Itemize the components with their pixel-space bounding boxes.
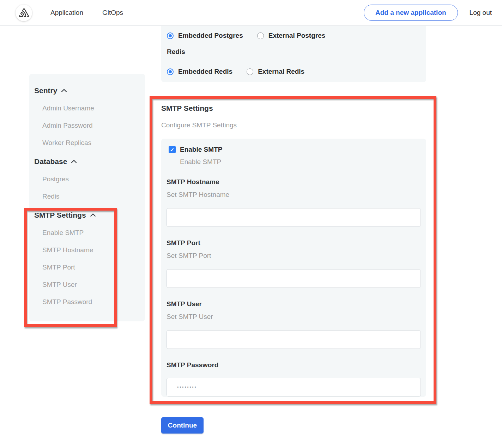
enable-smtp-row: ✓ Enable SMTP (169, 146, 421, 153)
external-postgres-radio[interactable] (257, 32, 264, 39)
sidebar-item-smtp-password[interactable]: SMTP Password (34, 298, 140, 306)
smtp-section-subtitle: Configure SMTP Settings (161, 121, 237, 129)
postgres-radio-group: Embedded Postgres External Postgres (167, 31, 421, 40)
sidebar-group-database-label: Database (34, 157, 67, 166)
smtp-port-input[interactable] (167, 269, 421, 288)
enable-smtp-helper: Enable SMTP (180, 158, 421, 166)
smtp-port-helper: Set SMTP Port (167, 252, 421, 260)
continue-button[interactable]: Continue (161, 417, 204, 434)
embedded-redis-label: Embedded Redis (178, 68, 232, 75)
sidebar-group-smtp-settings-label: SMTP Settings (34, 211, 86, 219)
sidebar-group-smtp-settings[interactable]: SMTP Settings (34, 211, 140, 219)
smtp-section-title: SMTP Settings (161, 104, 213, 113)
smtp-hostname-input[interactable] (167, 208, 421, 227)
smtp-password-input[interactable] (167, 378, 421, 396)
external-redis-label: External Redis (258, 68, 304, 75)
sentry-glyph (19, 8, 29, 18)
smtp-hostname-helper: Set SMTP Hostname (167, 191, 421, 199)
external-redis-radio[interactable] (247, 68, 253, 75)
embedded-postgres-radio[interactable] (167, 32, 174, 39)
external-postgres-label: External Postgres (268, 32, 326, 40)
sidebar-item-smtp-port[interactable]: SMTP Port (34, 264, 140, 271)
enable-smtp-checkbox[interactable]: ✓ (169, 146, 176, 153)
chevron-up-icon (71, 160, 77, 163)
smtp-user-label: SMTP User (167, 300, 421, 308)
sidebar-group-database[interactable]: Database (34, 157, 140, 166)
sidebar-item-admin-password[interactable]: Admin Password (34, 122, 140, 129)
add-application-button[interactable]: Add a new application (364, 5, 458, 21)
sidebar-group-sentry-label: Sentry (34, 86, 57, 95)
sidebar-item-enable-smtp[interactable]: Enable SMTP (34, 229, 140, 237)
logout-link[interactable]: Log out (470, 9, 492, 17)
page: Application GitOps Add a new application… (0, 0, 502, 448)
smtp-user-input[interactable] (167, 330, 421, 349)
sidebar-item-admin-username[interactable]: Admin Username (34, 104, 140, 112)
smtp-hostname-label: SMTP Hostname (167, 178, 421, 186)
sidebar-item-smtp-hostname[interactable]: SMTP Hostname (34, 246, 140, 254)
config-nav-sidebar: Sentry Admin Username Admin Password Wor… (29, 74, 145, 321)
sidebar-group-sentry[interactable]: Sentry (34, 86, 140, 95)
sentry-logo-icon (16, 5, 32, 21)
sidebar-item-postgres[interactable]: Postgres (34, 175, 140, 183)
embedded-postgres-label: Embedded Postgres (178, 32, 243, 40)
top-navbar: Application GitOps Add a new application… (0, 0, 502, 26)
chevron-up-icon (61, 89, 67, 92)
smtp-password-label: SMTP Password (167, 361, 421, 369)
nav-item-gitops[interactable]: GitOps (102, 9, 123, 17)
sidebar-item-worker-replicas[interactable]: Worker Replicas (34, 139, 140, 147)
nav-item-application[interactable]: Application (50, 9, 83, 17)
chevron-up-icon (90, 213, 96, 217)
sidebar-item-smtp-user[interactable]: SMTP User (34, 281, 140, 289)
redis-group-heading: Redis (167, 48, 421, 56)
embedded-redis-radio[interactable] (167, 68, 174, 75)
enable-smtp-checkbox-label: Enable SMTP (180, 146, 222, 153)
smtp-port-label: SMTP Port (167, 239, 421, 247)
smtp-user-helper: Set SMTP User (167, 313, 421, 321)
database-config-panel: Embedded Postgres External Postgres Redi… (161, 26, 426, 82)
sidebar-item-redis[interactable]: Redis (34, 193, 140, 200)
smtp-fields-panel: ✓ Enable SMTP Enable SMTP SMTP Hostname … (161, 139, 426, 397)
redis-radio-group: Embedded Redis External Redis (167, 67, 421, 76)
